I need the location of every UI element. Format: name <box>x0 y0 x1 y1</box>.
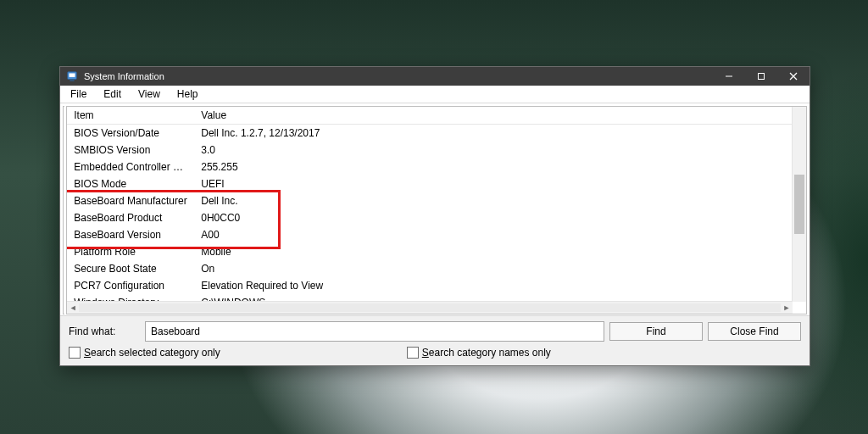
table-row[interactable]: Platform RoleMobile <box>67 243 806 260</box>
window-title: System Information <box>84 71 164 81</box>
app-icon <box>65 70 79 83</box>
cell-item: Embedded Controller Version <box>67 159 194 175</box>
table-row[interactable]: BaseBoard VersionA00 <box>67 226 806 243</box>
search-category-names-checkbox[interactable]: Search category names only <box>407 347 551 359</box>
cell-item: BIOS Version/Date <box>67 125 194 142</box>
tree-node-software-environment[interactable]: ⊞ Software Environment <box>64 153 64 168</box>
cell-item: SMBIOS Version <box>67 142 194 159</box>
titlebar[interactable]: System Information <box>60 67 810 86</box>
checkbox-label: Search category names only <box>422 347 551 359</box>
cell-value: Dell Inc. 1.2.7, 12/13/2017 <box>194 125 806 142</box>
table-row[interactable]: PCR7 ConfigurationElevation Required to … <box>67 277 806 294</box>
menu-help[interactable]: Help <box>169 86 207 103</box>
cell-value: 3.0 <box>194 142 806 159</box>
table-row[interactable]: Secure Boot StateOn <box>67 260 806 277</box>
column-header-value[interactable]: Value <box>194 107 806 125</box>
cell-value: 255.255 <box>194 159 806 175</box>
column-header-item[interactable]: Item <box>67 107 194 125</box>
cell-value: UEFI <box>194 175 806 192</box>
scrollbar-thumb[interactable] <box>794 175 804 234</box>
svg-rect-4 <box>759 74 765 80</box>
maximize-button[interactable] <box>745 67 777 86</box>
table-row[interactable]: BIOS Version/DateDell Inc. 1.2.7, 12/13/… <box>67 125 806 142</box>
cell-value: Dell Inc. <box>194 192 806 209</box>
cell-item: Secure Boot State <box>67 260 194 277</box>
horizontal-scrollbar[interactable]: ◄ ► <box>67 301 793 314</box>
cell-item: BaseBoard Product <box>67 209 194 226</box>
cell-value: 0H0CC0 <box>194 209 806 226</box>
search-selected-category-checkbox[interactable]: Search selected category only <box>69 347 220 359</box>
scroll-right-icon[interactable]: ► <box>781 303 793 312</box>
close-button[interactable] <box>777 67 810 86</box>
desktop-background: System Information File Edit View Help S <box>0 0 868 434</box>
menubar: File Edit View Help <box>60 86 810 103</box>
tree-node-system-summary[interactable]: System Summary <box>64 110 64 125</box>
find-what-label: Find what: <box>69 326 140 337</box>
vertical-scrollbar[interactable] <box>792 107 806 302</box>
checkbox-label: Search selected category only <box>84 347 220 359</box>
close-find-button[interactable]: Close Find <box>708 322 801 341</box>
details-table: Item Value BIOS Version/DateDell Inc. 1.… <box>67 107 806 314</box>
svg-rect-2 <box>70 80 74 81</box>
find-bar: Find what: Find Close Find Search select… <box>60 315 810 365</box>
table-row[interactable]: BIOS ModeUEFI <box>67 175 806 192</box>
cell-item: BaseBoard Manufacturer <box>67 192 194 209</box>
checkbox-icon <box>69 347 81 359</box>
cell-item: BaseBoard Version <box>67 226 194 243</box>
tree-node-components[interactable]: ⊞ Components <box>64 139 64 153</box>
cell-item: Platform Role <box>67 243 194 260</box>
category-tree[interactable]: System Summary ⊞ Hardware Resources ⊞ Co… <box>63 106 64 314</box>
cell-value: Mobile <box>194 243 806 260</box>
tree-node-hardware-resources[interactable]: ⊞ Hardware Resources <box>64 125 64 139</box>
cell-value: A00 <box>194 226 806 243</box>
content-area: System Summary ⊞ Hardware Resources ⊞ Co… <box>60 103 810 315</box>
find-button[interactable]: Find <box>609 322 703 341</box>
cell-item: BIOS Mode <box>67 175 194 192</box>
table-row[interactable]: BaseBoard ManufacturerDell Inc. <box>67 192 806 209</box>
table-row[interactable]: SMBIOS Version3.0 <box>67 142 806 159</box>
table-row[interactable]: BaseBoard Product0H0CC0 <box>67 209 806 226</box>
menu-view[interactable]: View <box>130 86 169 103</box>
checkbox-icon <box>407 347 419 359</box>
table-row[interactable]: Embedded Controller Version255.255 <box>67 159 806 175</box>
menu-edit[interactable]: Edit <box>95 86 130 103</box>
details-pane: Item Value BIOS Version/DateDell Inc. 1.… <box>66 106 807 314</box>
scroll-left-icon[interactable]: ◄ <box>67 303 79 312</box>
minimize-button[interactable] <box>713 67 745 86</box>
cell-value: On <box>194 260 806 277</box>
cell-item: PCR7 Configuration <box>67 277 194 294</box>
cell-value: Elevation Required to View <box>194 277 806 294</box>
svg-rect-1 <box>70 74 75 77</box>
menu-file[interactable]: File <box>62 86 95 103</box>
find-what-input[interactable] <box>145 321 604 342</box>
system-information-window: System Information File Edit View Help S <box>59 66 810 366</box>
